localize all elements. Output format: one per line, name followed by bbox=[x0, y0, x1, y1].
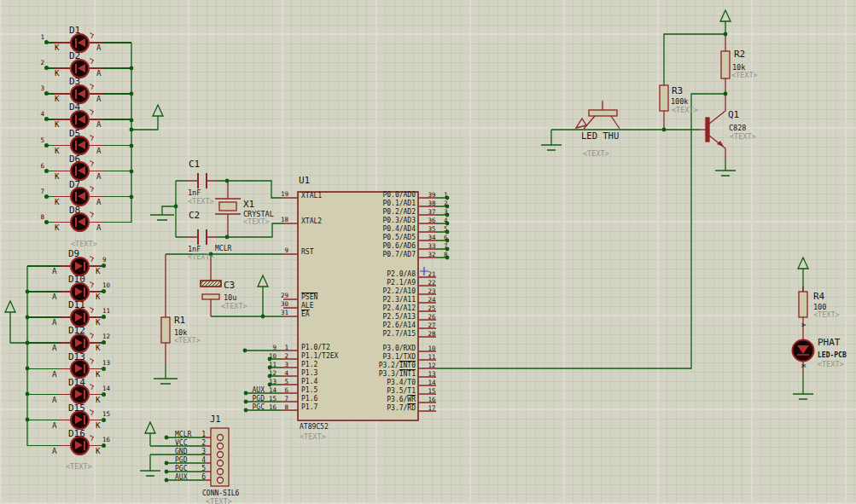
led-component[interactable]: 9 A K D9 bbox=[27, 253, 106, 279]
c3-ghost: <TEXT> bbox=[221, 302, 247, 310]
c2-ref: C2 bbox=[189, 210, 200, 221]
led-bank-bottom: 9 A K D9 10 A K D bbox=[27, 253, 106, 459]
pin-number: 6 bbox=[280, 386, 288, 394]
pin-number: 25 bbox=[423, 304, 440, 312]
led-component[interactable]: 1 K A D1 bbox=[34, 30, 131, 55]
anode-label: A bbox=[52, 370, 56, 379]
led-component[interactable]: 2 K A D2 bbox=[34, 55, 131, 81]
u1-p3-pin-row: P3.2/INT0 12 bbox=[341, 361, 461, 369]
net-label: AUX bbox=[247, 386, 265, 394]
c3-ref: C3 bbox=[224, 280, 235, 291]
j1-part: CONN-SIL6 bbox=[202, 490, 239, 497]
net-number: 15 bbox=[102, 410, 110, 418]
emission-arrow-icon bbox=[88, 436, 94, 442]
led-ref: D6 bbox=[69, 154, 80, 165]
capacitor-c2[interactable] bbox=[188, 229, 217, 245]
pin-name: P3.3/INT1 bbox=[341, 370, 416, 378]
pin-number: 17 bbox=[423, 404, 440, 412]
ground-terminal-icons[interactable] bbox=[140, 145, 813, 476]
net-number: 13 bbox=[266, 378, 277, 385]
pin-number: 28 bbox=[423, 330, 440, 338]
u1-p0-pin-row: P0.1/AD1 38 2 bbox=[341, 199, 461, 207]
u1-p3-pin-rows: P3.0/RXD 10 P3.1/TXD 11 P3.2/INT0 12 P3.… bbox=[341, 344, 461, 412]
u1-pinnum-30: 30 bbox=[277, 300, 288, 308]
led-component[interactable]: 4 K A D4 bbox=[34, 107, 131, 132]
resistor-r1[interactable] bbox=[161, 254, 170, 365]
r3-ref: R3 bbox=[672, 85, 683, 96]
pin-name: P1.2 bbox=[301, 361, 317, 368]
led-component[interactable]: 7 K A D7 bbox=[34, 184, 131, 210]
pin-name: P2.3/A11 bbox=[341, 296, 416, 304]
anode-label: A bbox=[96, 147, 101, 155]
resistor-r2[interactable] bbox=[721, 38, 730, 94]
capacitor-c3[interactable] bbox=[201, 254, 221, 316]
pin-number: 6 bbox=[199, 473, 206, 481]
led-component[interactable]: 11 A K D11 bbox=[27, 304, 106, 330]
u1-ref: U1 bbox=[299, 175, 310, 186]
pin-number: 10 bbox=[423, 345, 440, 352]
led-ref: D9 bbox=[68, 248, 79, 259]
capacitor-c1[interactable] bbox=[188, 173, 217, 188]
led-component[interactable]: 13 A K D13 bbox=[27, 356, 106, 382]
u1-pinnum-9: 9 bbox=[277, 246, 288, 254]
j1-pin-row: GND 3 bbox=[175, 447, 209, 455]
u1-pinnum-18: 18 bbox=[277, 216, 288, 223]
x1-ghost: <TEXT> bbox=[243, 217, 270, 226]
emission-arrow-icon bbox=[88, 135, 94, 141]
cathode-label: K bbox=[96, 421, 100, 430]
led-component[interactable]: 5 K A D5 bbox=[34, 133, 131, 159]
pin-name: GND bbox=[175, 448, 199, 455]
net-number: 1 bbox=[444, 191, 454, 199]
pin-number: 7 bbox=[280, 395, 288, 403]
emission-arrow-icon bbox=[88, 307, 94, 313]
led-component[interactable]: 12 A K D12 bbox=[27, 330, 106, 356]
u1-p3-pin-row: P3.1/TXD 11 bbox=[341, 352, 461, 361]
led-component[interactable]: 16 A K D16 bbox=[27, 433, 106, 459]
led-ref: D16 bbox=[68, 428, 85, 439]
pin-name: P2.4/A12 bbox=[341, 304, 416, 312]
resistor-r3[interactable] bbox=[660, 85, 668, 130]
led-component[interactable]: 3 K A D3 bbox=[34, 81, 131, 107]
net-number: 12 bbox=[102, 333, 110, 340]
emission-arrow-icon bbox=[88, 409, 94, 415]
u1-p0-pin-rows: P0.0/AD0 39 1 P0.1/AD1 38 2 P0.2/AD2 37 … bbox=[341, 190, 461, 258]
photo-device-led-thu[interactable] bbox=[576, 101, 620, 129]
phat-ref: PHAT bbox=[818, 337, 841, 348]
crystal-x1[interactable] bbox=[215, 181, 241, 237]
pin-number: 36 bbox=[423, 217, 440, 224]
net-number: 4 bbox=[34, 110, 44, 118]
resistor-r4[interactable] bbox=[799, 287, 807, 339]
pin-number: 1 bbox=[280, 344, 288, 351]
pin-name: P0.7/AD7 bbox=[341, 251, 416, 258]
led-component[interactable]: 15 A K D15 bbox=[27, 408, 106, 433]
net-number: 16 bbox=[266, 403, 277, 411]
mclr-net-label: MCLR bbox=[215, 245, 231, 252]
net-number: 6 bbox=[34, 162, 44, 170]
led-phat[interactable] bbox=[793, 339, 814, 375]
led-component[interactable]: 10 A K D10 bbox=[27, 279, 106, 304]
pin-number: 27 bbox=[423, 322, 440, 329]
net-number: 5 bbox=[444, 225, 454, 233]
pin-name: P2.0/A8 bbox=[341, 270, 416, 278]
pin-name: AUX bbox=[175, 473, 199, 481]
anode-label: A bbox=[96, 198, 101, 206]
pin-name: P1.0/T2 bbox=[301, 344, 330, 351]
pin-name: P0.6/AD6 bbox=[341, 242, 416, 250]
pin-name: P3.5/T1 bbox=[341, 387, 416, 395]
cathode-label: K bbox=[96, 267, 100, 275]
r3-value: 100k bbox=[671, 97, 688, 106]
u1-p3-pin-row: P3.6/WR 16 bbox=[341, 395, 461, 403]
led-ref: D5 bbox=[69, 128, 80, 139]
r1-ref: R1 bbox=[174, 315, 185, 326]
u1-p2-pin-row: P2.3/A11 24 bbox=[341, 295, 461, 304]
pin-number: 3 bbox=[280, 361, 288, 368]
pin-name: P3.2/INT0 bbox=[341, 362, 416, 369]
led-component[interactable]: 6 K A D6 bbox=[34, 159, 131, 184]
led-component[interactable]: 14 A K D14 bbox=[27, 382, 106, 408]
cathode-label: K bbox=[55, 198, 59, 206]
led-thu-ghost: <TEXT> bbox=[583, 149, 609, 158]
transistor-q1[interactable] bbox=[700, 94, 725, 160]
schematic-canvas[interactable]: 1 K A D1 2 K A D2 bbox=[0, 0, 856, 504]
led-component[interactable]: 8 K A D8 bbox=[34, 210, 131, 235]
j1-pin-row: PGC 5 bbox=[175, 464, 209, 472]
